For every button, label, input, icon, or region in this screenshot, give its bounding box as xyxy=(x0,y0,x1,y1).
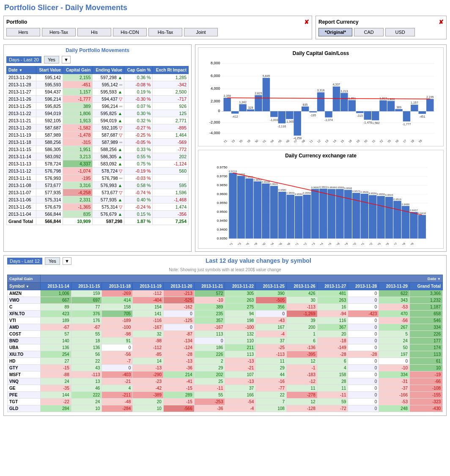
sym-val: 22 xyxy=(256,392,287,399)
portfolio-btn-his[interactable]: His xyxy=(77,28,111,36)
svg-text:0.9544: 0.9544 xyxy=(385,193,393,196)
sym-val: 0 xyxy=(163,311,194,317)
row-end: 597,298 ▲ xyxy=(93,74,124,81)
sym-val: 284 xyxy=(40,405,71,412)
sym-val: 14 xyxy=(133,358,164,365)
row-end: 594,019 ▲ xyxy=(93,117,124,124)
currency-buttons: *Original*CADUSD xyxy=(318,28,444,36)
sym-val: 0 xyxy=(348,290,379,297)
sym-val: 189 xyxy=(40,317,71,324)
row-gain: -315 xyxy=(63,139,93,146)
currency-btn-usd[interactable]: USD xyxy=(385,28,415,36)
portfolio-btn-his-tax[interactable]: His-Tax xyxy=(148,28,182,36)
sym-val: -136 xyxy=(286,344,317,351)
sym-val: 166 xyxy=(225,392,256,399)
filter-dropdown[interactable]: ▼ xyxy=(62,56,71,63)
svg-rect-47 xyxy=(309,111,316,113)
currency-btn-cad[interactable]: CAD xyxy=(354,28,384,36)
sym-val: -37 xyxy=(379,385,410,392)
sym-val: -53 xyxy=(379,304,410,311)
sym-val: -125 xyxy=(163,317,194,324)
sym-name: VTI xyxy=(8,317,41,324)
sym-val: 705 xyxy=(102,311,133,317)
sym-val: 470 xyxy=(379,311,410,317)
sym-val: 39 xyxy=(286,317,317,324)
sym-val: 37 xyxy=(225,385,256,392)
sym-val: -94 xyxy=(317,311,348,317)
row-exch: 560 xyxy=(153,168,189,175)
sym-val: -15 xyxy=(40,365,71,371)
sym-val: -21 xyxy=(225,365,256,371)
sym-val: 226 xyxy=(409,331,442,338)
col-date: Date ▼ xyxy=(7,66,36,74)
svg-text:0.9621: 0.9621 xyxy=(270,182,278,185)
svg-text:5,845: 5,845 xyxy=(263,74,270,77)
sym-val: 0 xyxy=(348,392,379,399)
sym-val: 57 xyxy=(40,331,71,338)
sym-val: -31 xyxy=(379,378,410,385)
row-end: 583,092 ▲ xyxy=(93,160,124,168)
row-date: 2013-11-12 xyxy=(7,168,36,175)
row-end: 573,677 ▽ xyxy=(93,189,124,196)
sym-val: -1 xyxy=(286,365,317,371)
sym-val: 0 xyxy=(348,297,379,304)
sym-val: 44 xyxy=(256,371,287,378)
row-exch: 125 xyxy=(153,110,189,117)
portfolio-btn-hers[interactable]: Hers xyxy=(6,28,40,36)
svg-text:0.9750: 0.9750 xyxy=(217,165,228,169)
sym-val: -269 xyxy=(102,290,133,297)
svg-rect-166 xyxy=(377,196,384,239)
row-date: 2013-11-18 xyxy=(7,139,36,146)
row-date: 2013-11-06 xyxy=(7,196,36,204)
svg-text:13-11-04: 13-11-04 xyxy=(264,242,274,245)
sym-val: 10 xyxy=(133,405,164,412)
row-start: 595,142 xyxy=(36,74,63,81)
svg-rect-133 xyxy=(286,195,294,239)
row-date: 2013-11-07 xyxy=(7,189,36,196)
sym-date-col: 2013-11-18 xyxy=(102,283,133,290)
portfolio-btn-his-cdn[interactable]: His-CDN xyxy=(113,28,147,36)
sym-val: 136 xyxy=(40,344,71,351)
sym-val: -11 xyxy=(317,392,348,399)
row-pct: -0.27 % xyxy=(124,124,153,132)
sym-val: 158 xyxy=(317,371,348,378)
sym-val: -88 xyxy=(40,371,71,378)
svg-text:0.9599: 0.9599 xyxy=(336,186,344,189)
row-date: 2013-11-04 xyxy=(7,211,36,218)
sym-date-col: 2013-11-19 xyxy=(133,283,164,290)
sym-val: -167 xyxy=(133,324,164,331)
currency-pin-icon[interactable]: ✘ xyxy=(439,19,444,25)
svg-text:0.9516: 0.9516 xyxy=(393,198,401,201)
sym-val: -41 xyxy=(163,378,194,385)
portfolio-pin-icon[interactable]: ✘ xyxy=(304,19,309,25)
sym-val: -18 xyxy=(317,338,348,344)
currency-btn--original-[interactable]: *Original* xyxy=(318,28,352,36)
row-pct: -0.24 % xyxy=(124,204,153,211)
portfolio-box: Portfolio ✘ HersHers-TaxHisHis-CDNHis-Ta… xyxy=(3,16,312,39)
sym-val: -1,269 xyxy=(286,311,317,317)
svg-rect-35 xyxy=(278,111,285,124)
svg-text:0.9559: 0.9559 xyxy=(303,191,311,194)
row-start: 587,989 xyxy=(36,132,63,139)
row-gain: -4,258 xyxy=(63,189,93,196)
row-exch: 1,596 xyxy=(153,189,189,196)
row-date: 2013-11-26 xyxy=(7,96,36,103)
svg-rect-86 xyxy=(411,105,418,111)
svg-text:1,157: 1,157 xyxy=(411,101,418,104)
row-pct: 0.19 % xyxy=(124,88,153,96)
svg-rect-121 xyxy=(254,182,261,239)
row-gain: -1,777 xyxy=(63,96,93,103)
row-gain: 1,806 xyxy=(63,110,93,117)
sym-val: 27 xyxy=(40,358,71,365)
portfolio-btn-hers-tax[interactable]: Hers-Tax xyxy=(42,28,76,36)
portfolio-btn-joint[interactable]: Joint xyxy=(184,28,218,36)
sym-date-col: 2013-11-25 xyxy=(256,283,287,290)
last12-dropdown[interactable]: ▼ xyxy=(63,257,71,265)
sym-val: -77 xyxy=(256,385,287,392)
svg-rect-148 xyxy=(328,189,335,239)
sym-val: 0 xyxy=(348,385,379,392)
row-exch: 202 xyxy=(153,153,189,160)
sym-val: 25 xyxy=(194,378,225,385)
row-date: 2013-11-08 xyxy=(7,182,36,189)
last12-filter-label: Days - Last 12 xyxy=(7,258,42,264)
